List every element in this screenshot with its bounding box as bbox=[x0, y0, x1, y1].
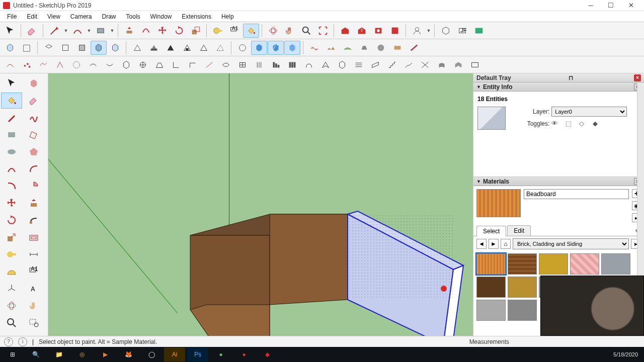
menu-camera[interactable]: Camera bbox=[65, 12, 97, 21]
style-3[interactable] bbox=[163, 41, 179, 55]
pushpull-tool[interactable] bbox=[121, 24, 137, 38]
ext-14[interactable] bbox=[218, 58, 234, 72]
menu-tools[interactable]: Tools bbox=[121, 12, 145, 21]
select-arrow-icon[interactable] bbox=[1, 75, 22, 92]
entity-info-header[interactable]: ▼ Entity Info × bbox=[473, 82, 644, 92]
pushpull-icon[interactable] bbox=[23, 195, 44, 211]
eraser-tool[interactable] bbox=[24, 24, 40, 38]
arc2-icon[interactable] bbox=[23, 161, 44, 177]
3dtext-icon[interactable]: A bbox=[23, 281, 44, 297]
ext-29[interactable] bbox=[467, 58, 483, 72]
material-item[interactable] bbox=[476, 277, 506, 298]
visibility-toggle-icon[interactable]: 👁 bbox=[551, 120, 560, 128]
axes-icon[interactable] bbox=[1, 281, 22, 297]
move-tool[interactable] bbox=[154, 24, 171, 38]
material-swatch[interactable] bbox=[477, 107, 506, 130]
shadow-toggle-icon[interactable]: ◇ bbox=[579, 120, 588, 128]
paint-bucket-icon[interactable] bbox=[1, 93, 22, 109]
tab-edit[interactable]: Edit bbox=[507, 225, 531, 236]
material-item[interactable] bbox=[508, 300, 537, 321]
ext-7[interactable] bbox=[102, 58, 118, 72]
ext-26[interactable] bbox=[417, 58, 433, 72]
lock-toggle-icon[interactable]: ⬚ bbox=[566, 120, 575, 128]
sketchup-taskbar-button[interactable]: ◆ bbox=[257, 347, 278, 361]
pin-icon[interactable]: ⊓ bbox=[569, 74, 573, 81]
maximize-button[interactable]: ☐ bbox=[601, 0, 621, 11]
sandbox-7[interactable] bbox=[406, 41, 422, 55]
ext-1[interactable] bbox=[2, 58, 18, 72]
solid-tool-3[interactable] bbox=[471, 24, 487, 38]
ext-5[interactable] bbox=[68, 58, 85, 72]
style-5[interactable] bbox=[196, 41, 212, 55]
app2-button[interactable]: ● bbox=[210, 347, 231, 361]
help-icon[interactable]: ? bbox=[4, 337, 13, 346]
material-item[interactable] bbox=[476, 253, 506, 275]
arc-icon[interactable] bbox=[1, 161, 22, 177]
ext-8[interactable] bbox=[118, 58, 134, 72]
ext-21[interactable] bbox=[334, 58, 350, 72]
freehand-icon[interactable] bbox=[23, 110, 44, 126]
ext-18[interactable] bbox=[284, 58, 300, 72]
media-button[interactable]: ▶ bbox=[95, 347, 116, 361]
ext-13[interactable] bbox=[201, 58, 217, 72]
ext-15[interactable] bbox=[234, 58, 251, 72]
pan-icon[interactable] bbox=[23, 298, 44, 314]
make-component-icon[interactable] bbox=[23, 75, 44, 92]
layer-select[interactable]: Layer0 bbox=[551, 107, 627, 117]
style-1[interactable] bbox=[129, 41, 145, 55]
nav-home-icon[interactable]: ⌂ bbox=[501, 239, 511, 249]
material-thumbnail[interactable] bbox=[476, 189, 521, 217]
mono-button[interactable] bbox=[284, 41, 300, 55]
warehouse-tool[interactable] bbox=[337, 24, 353, 38]
extension-warehouse-tool[interactable] bbox=[370, 24, 386, 38]
pan-tool[interactable] bbox=[282, 24, 298, 38]
material-item[interactable] bbox=[570, 253, 599, 275]
ext-10[interactable] bbox=[151, 58, 168, 72]
app-button[interactable]: ◎ bbox=[71, 347, 93, 361]
materials-header[interactable]: ▼ Materials × bbox=[473, 177, 644, 186]
style-6[interactable] bbox=[212, 41, 228, 55]
pie-icon[interactable] bbox=[23, 178, 44, 194]
zoom-window-icon[interactable] bbox=[23, 315, 44, 331]
scale-icon[interactable] bbox=[1, 229, 22, 245]
sandbox-1[interactable] bbox=[306, 41, 323, 55]
ext-2[interactable] bbox=[19, 58, 35, 72]
zoom-icon[interactable] bbox=[1, 315, 22, 331]
ext-20[interactable] bbox=[317, 58, 334, 72]
zoom-tool[interactable] bbox=[298, 24, 314, 38]
solid-tool-2[interactable]: JF bbox=[454, 24, 470, 38]
shape-dropdown[interactable]: ▼ bbox=[109, 28, 115, 33]
tab-select[interactable]: Select bbox=[476, 226, 506, 236]
ext-11[interactable] bbox=[168, 58, 184, 72]
viewport[interactable] bbox=[48, 73, 473, 336]
rotate-icon[interactable] bbox=[1, 212, 22, 228]
sandbox-6[interactable] bbox=[389, 41, 406, 55]
tray-close-icon[interactable]: × bbox=[634, 74, 641, 81]
arc-tool[interactable] bbox=[69, 24, 86, 38]
tape-tool[interactable] bbox=[210, 24, 226, 38]
menu-window[interactable]: Window bbox=[145, 12, 177, 21]
user-button[interactable] bbox=[409, 24, 425, 38]
menu-draw[interactable]: Draw bbox=[97, 12, 121, 21]
material-item[interactable] bbox=[508, 277, 537, 298]
textured-button[interactable] bbox=[268, 41, 284, 55]
protractor-icon[interactable] bbox=[1, 263, 22, 280]
offset-tool[interactable] bbox=[138, 24, 154, 38]
material-item[interactable] bbox=[601, 253, 630, 275]
rotate-tool[interactable] bbox=[171, 24, 187, 38]
start-button[interactable]: ⊞ bbox=[2, 347, 23, 361]
menu-file[interactable]: File bbox=[2, 12, 22, 21]
arc-dropdown[interactable]: ▼ bbox=[86, 28, 92, 33]
info-icon[interactable]: i bbox=[18, 337, 27, 346]
layout-tool[interactable] bbox=[387, 24, 403, 38]
record-button[interactable]: ● bbox=[233, 347, 255, 361]
iso-view[interactable] bbox=[41, 41, 57, 55]
shaded-button[interactable] bbox=[251, 41, 267, 55]
ext-3[interactable] bbox=[35, 58, 51, 72]
material-item[interactable] bbox=[539, 253, 568, 275]
sandbox-2[interactable] bbox=[323, 41, 339, 55]
front-view[interactable] bbox=[74, 41, 90, 55]
text-label-icon[interactable]: A1 bbox=[23, 263, 44, 280]
circle-icon[interactable] bbox=[1, 144, 22, 160]
warehouse-share-tool[interactable] bbox=[354, 24, 370, 38]
